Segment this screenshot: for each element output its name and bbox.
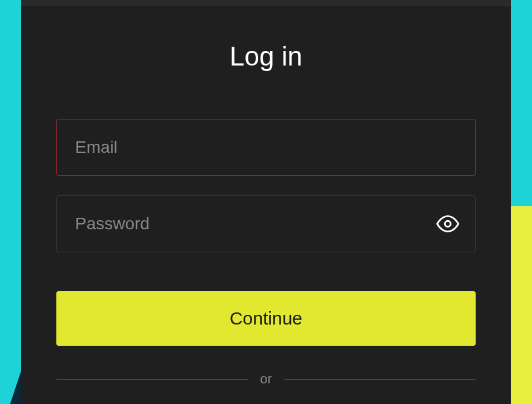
modal-top-bar [21,0,511,6]
password-field[interactable] [57,196,475,252]
continue-button[interactable]: Continue [56,291,476,346]
background-triangle [0,362,24,404]
email-input-wrapper [56,119,476,176]
page-title: Log in [56,41,476,72]
email-field[interactable] [57,120,475,175]
login-modal: Log in Continue or [21,0,511,404]
svg-point-0 [445,221,451,227]
password-input-wrapper [56,195,476,252]
divider: or [56,371,476,387]
eye-icon[interactable] [436,212,459,235]
divider-line-left [56,379,248,380]
divider-line-right [284,379,476,380]
divider-text: or [260,371,272,387]
